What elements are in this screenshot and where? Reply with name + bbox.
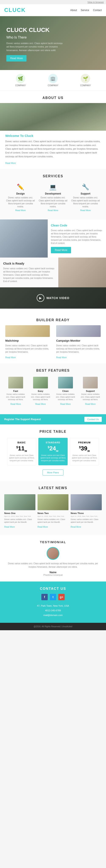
service-link-1[interactable]: Read More [48,209,58,212]
builder-grid: Mailchimp Donec varius sodales orci. Cla… [5,325,101,359]
company-icon-0: 🌿 [16,74,25,83]
plan-body-2: Donec varius orci text Class aptent taci… [72,454,97,462]
service-body-0: Donec varius sodales orci. Class aptent … [6,196,35,208]
nav-item-contact[interactable]: Contact [93,9,102,12]
feature-image-1 [33,377,48,389]
icon-item-2: 🌱 COMPANY [80,74,91,87]
price-card-1: STANDARD $24/M Donec varius orci text Cl… [38,438,68,465]
plan-body-0: Donec varius orci text Class aptent taci… [9,454,34,462]
googleplus-button[interactable]: g+ [58,594,65,600]
facebook-button[interactable]: f [41,594,48,600]
cluck-ready-section: Cluck is Ready Donec varius sodales orci… [0,257,106,287]
news-link-1[interactable]: Read More [38,526,48,528]
latest-news-title: LATEST NEWS [0,481,106,493]
icon-item-1: 🏢 COMPANY [48,74,58,87]
testimonial-section: TESTIMONIAL Donec varius sodales orci. C… [0,535,106,582]
feature-title-3: Support [80,390,101,392]
builder-item-1: Campaign Monitor Donec varius sodales or… [56,325,101,359]
more-plans-button[interactable]: More Plans [43,469,63,475]
news-date-0: April 12, 2016, New York, New York [4,515,36,517]
service-link-2[interactable]: Read More [81,209,91,212]
service-item-0: ✏️ Design Donec varius sodales orci. Cla… [6,184,35,212]
service-title-0: Design [6,192,35,195]
feature-item-3: Support Donec varius sodales orci. Class… [80,377,101,406]
clean-code-image [0,219,48,257]
news-image-1 [38,494,69,510]
feature-image-0 [8,377,23,389]
feature-title-1: Easy [30,390,52,392]
view-in-browser-link[interactable]: View in browser [88,1,104,3]
avatar [47,547,59,560]
play-icon[interactable]: ▶ [37,294,44,302]
contact-address: 47, Park Town, New York, USA [6,603,100,608]
news-link-0[interactable]: Read More [4,526,15,528]
feature-link-0[interactable]: Read More [10,403,21,405]
service-title-1: Development [38,192,68,195]
plan-amount-1: $24/M [40,445,66,452]
icon-item-0: 🌿 COMPANY [15,74,26,87]
view-bar: View in browser [0,0,106,4]
cluck-ready-title: Cluck is Ready [3,262,55,265]
nav-item-service[interactable]: Service [81,9,89,12]
price-grid: BASIC $11/M Donec varius orci text Class… [0,437,106,466]
company-icon-2: 🌱 [81,74,90,83]
about-section: ABOUT US Welcome To Cluck Donec varius s… [0,91,106,169]
plan-name-0: BASIC [9,441,34,444]
clean-code-text: Clean Code Donec varius sodales orci. Cl… [48,219,106,257]
cta-button[interactable]: Contact Us [85,417,102,422]
price-table-title: PRICE TABLE [0,425,106,437]
icon-label-1: COMPANY [48,84,58,87]
about-title: ABOUT US [0,91,106,103]
builder-item-body-1: Donec varius sodales orci. Class aptent … [56,344,101,353]
feature-body-0: Donec varius sodales orci. Class aptent … [5,393,26,401]
footer-text: @2016, All Rights Reserved | Unsolicited [34,625,72,628]
testimonial-body: Donec varius sodales orci. Class aptent … [6,562,100,569]
news-link-2[interactable]: Read More [70,526,81,528]
about-read-more[interactable]: Read More [5,162,16,164]
header: CLUCK About Service Contact [0,4,106,16]
plan-currency-2: $ [79,445,81,449]
feature-link-1[interactable]: Read More [36,403,46,405]
news-item-0: News One April 12, 2016, New York, New Y… [4,494,36,528]
development-icon: 💻 [38,184,68,190]
builder-link-0[interactable]: Read More [5,356,16,359]
nav-item-about[interactable]: About [70,9,77,12]
hero-cta-button[interactable]: Read More [6,55,26,62]
price-table-section: PRICE TABLE BASIC $11/M Donec varius orc… [0,425,106,481]
about-heading: Welcome To Cluck [5,134,101,137]
services-grid: ✏️ Design Donec varius sodales orci. Cla… [0,181,106,215]
news-date-1: April 12, 2016, New York, New York [38,515,69,517]
watch-video-button[interactable]: ▶ WATCH VIDEO [37,294,69,302]
icon-label-0: COMPANY [15,84,26,87]
service-body-2: Donec varius sodales orci. Class aptent … [71,196,100,208]
service-link-0[interactable]: Read More [15,209,25,212]
services-title: SERVICES [0,169,106,181]
feature-title-2: Clean [54,390,76,392]
clean-code-cta[interactable]: Read More [51,247,71,253]
feature-link-2[interactable]: Read More [60,403,70,405]
about-image [0,103,106,131]
hero-content: CLUCK CLUCK Who Is There Donec varius so… [6,27,66,62]
price-card-0: BASIC $11/M Donec varius orci text Class… [7,438,36,465]
logo: CLUCK [4,7,25,13]
plan-currency-0: $ [16,445,18,449]
feature-item-1: Easy Donec varius sodales orci. Class ap… [30,377,52,406]
news-title-1: News Two [38,512,69,515]
feature-link-3[interactable]: Read More [85,403,96,405]
builder-link-1[interactable]: Read More [56,356,66,359]
about-body: Donec varius sodales orci. Class aptent … [5,140,101,158]
news-date-2: April 12, 2016, New York, New York [70,515,102,517]
hero-title: CLUCK CLUCK [6,27,66,33]
news-body-0: Donec varius sodales orci. Class aptent … [4,518,36,523]
testimonial-title: TESTIMONIAL [6,540,100,544]
features-grid: Fast Donec varius sodales orci. Class ap… [0,376,106,410]
builder-item-0: Mailchimp Donec varius sodales orci. Cla… [5,325,50,359]
mailchimp-image [5,325,50,337]
contact-info: 47, Park Town, New York, USA 4013-345-67… [6,603,100,618]
twitter-button[interactable]: t [50,594,56,600]
about-text: Welcome To Cluck Donec varius sodales or… [0,131,106,169]
price-card-2: PREMIUM $39/M Donec varius orci text Cla… [70,438,99,465]
contact-section: Contact Us f t g+ 47, Park Town, New Yor… [0,582,106,623]
plan-body-1: Donec varius orci text Class aptent taci… [40,454,66,462]
feature-image-2 [58,377,73,389]
